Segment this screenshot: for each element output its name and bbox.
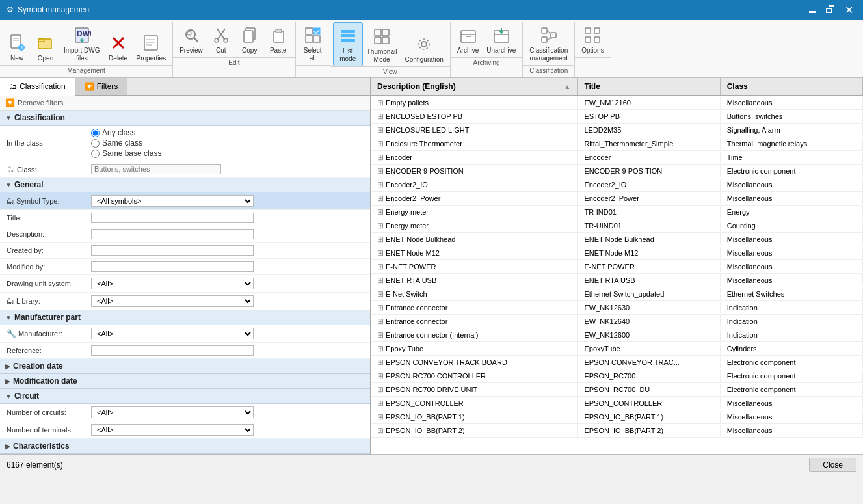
title-column-header[interactable]: Title [578, 78, 720, 95]
table-row[interactable]: ⊞E-Net SwitchEthernet Switch_updatedEthe… [371, 287, 863, 301]
any-class-option[interactable]: Any class [91, 128, 364, 137]
symbol-type-select[interactable]: <All symbols> [91, 195, 254, 207]
import-dwg-button[interactable]: DWG Import DWGfiles [60, 22, 104, 65]
description-column-header[interactable]: Description (English) ▲ [371, 78, 578, 95]
description-input[interactable] [91, 229, 254, 239]
configuration-label: Configuration [405, 56, 443, 64]
same-base-class-option[interactable]: Same base class [91, 149, 364, 158]
paste-label: Paste [270, 47, 287, 55]
modified-by-input[interactable] [91, 261, 254, 272]
any-class-radio[interactable] [91, 129, 100, 137]
classification-tab[interactable]: 🗂 Classification [0, 78, 75, 96]
table-row[interactable]: ⊞EPSON RC700 DRIVE UNITEPSON_RC700_DUEle… [371, 383, 863, 397]
characteristics-section-header[interactable]: ▶ Characteristics [0, 439, 370, 454]
circuit-section-label: Circuit [14, 391, 39, 401]
class-column-header[interactable]: Class [721, 78, 863, 95]
title-cell: ENCODER 9 POSITION [578, 165, 720, 177]
properties-button[interactable]: Properties [133, 30, 170, 65]
import-dwg-label: Import DWGfiles [64, 47, 100, 62]
options-button[interactable]: Options [578, 22, 607, 57]
table-row[interactable]: ⊞EPSON_IO_BB(PART 2)EPSON_IO_BB(PART 2)M… [371, 424, 863, 438]
class-cell: Ethernet Switches [721, 288, 863, 300]
preview-button[interactable]: Preview [176, 22, 207, 57]
filter-bar-icon: 🔽 [5, 98, 15, 107]
options-label: Options [581, 47, 604, 55]
drawing-unit-label: Drawing unit system: [7, 280, 91, 287]
reference-input[interactable] [91, 345, 254, 356]
created-by-input[interactable] [91, 245, 254, 256]
close-button[interactable]: Close [809, 458, 856, 472]
table-row[interactable]: ⊞Encoder2_PowerEncoder2_PowerMiscellaneo… [371, 192, 863, 206]
table-row[interactable]: ⊞Entrance connector (Internal)EW_NK12600… [371, 328, 863, 342]
drawing-unit-select[interactable]: <All> [91, 278, 254, 289]
same-class-option[interactable]: Same class [91, 139, 364, 148]
manufacturer-section-header[interactable]: ▼ Manufacturer part [0, 310, 370, 325]
class-input[interactable] [91, 164, 221, 174]
select-all-button[interactable]: Selectall [299, 22, 327, 65]
svg-rect-28 [306, 36, 312, 42]
open-button[interactable]: Open [31, 30, 60, 65]
table-row[interactable]: ⊞ENCLOSED ESTOP PBESTOP PBButtons, switc… [371, 110, 863, 124]
cut-button[interactable]: Cut [207, 22, 235, 57]
table-row[interactable]: ⊞ENCODER 9 POSITIONENCODER 9 POSITIONEle… [371, 165, 863, 178]
archive-icon [458, 25, 479, 46]
table-row[interactable]: ⊞EPSON RC700 CONTROLLEREPSON_RC700Electr… [371, 369, 863, 383]
table-row[interactable]: ⊞EPSON CONVEYOR TRACK BOARDEPSON CONVEYO… [371, 356, 863, 369]
table-row[interactable]: ⊞Enclosure ThermometerRittal_Thermometer… [371, 137, 863, 151]
classification-management-label: Classificationmanagement [529, 47, 568, 62]
title-input[interactable] [91, 213, 254, 223]
same-class-radio[interactable] [91, 139, 100, 148]
table-row[interactable]: ⊞Empty palletsEW_NM12160Miscellaneous [371, 96, 863, 110]
list-mode-button[interactable]: Listmode [333, 22, 363, 66]
filters-tab[interactable]: 🔽 Filters [75, 78, 128, 95]
table-row[interactable]: ⊞EPSON_IO_BB(PART 1)EPSON_IO_BB(PART 1)M… [371, 410, 863, 424]
creation-date-section-header[interactable]: ▶ Creation date [0, 359, 370, 374]
class-field-row: 🗂 Class: [0, 161, 370, 178]
table-row[interactable]: ⊞EncoderEncoderTime [371, 151, 863, 165]
modification-date-section-header[interactable]: ▶ Modification date [0, 374, 370, 389]
filter-bar[interactable]: 🔽 Remove filters [0, 96, 370, 111]
left-scroll-panel[interactable]: ▼ Classification In the class Any class … [0, 111, 370, 454]
svg-rect-26 [306, 28, 312, 34]
thumbnail-mode-button[interactable]: ThumbnailMode [363, 23, 401, 66]
num-circuits-select[interactable]: <All> [91, 406, 254, 418]
delete-button[interactable]: Delete [104, 30, 133, 65]
table-row[interactable]: ⊞Epoxy TubeEpoxyTubeCylinders [371, 342, 863, 356]
same-base-class-radio[interactable] [91, 150, 100, 158]
table-row[interactable]: ⊞Entrance connectorEW_NK12640Indication [371, 315, 863, 328]
manufacturer-select[interactable]: <All> [91, 328, 254, 339]
table-row[interactable]: ⊞E-NET POWERE-NET POWERMiscellaneous [371, 260, 863, 274]
properties-icon [140, 33, 161, 53]
unarchive-button[interactable]: Unarchive [483, 22, 520, 57]
table-row[interactable]: ⊞ENCLOSURE LED LIGHTLEDD2M35Signalling, … [371, 124, 863, 137]
classification-management-button[interactable]: Classificationmanagement [525, 22, 572, 65]
table-row[interactable]: ⊞ENET Node M12ENET Node M12Miscellaneous [371, 246, 863, 260]
table-row[interactable]: ⊞Energy meterTR-UIND01Counting [371, 219, 863, 233]
table-row[interactable]: ⊞ENET RTA USBENET RTA USBMiscellaneous [371, 274, 863, 287]
new-button[interactable]: + New [3, 30, 31, 65]
library-select[interactable]: <All> [91, 295, 254, 307]
classification-section-header[interactable]: ▼ Classification [0, 111, 370, 126]
class-cell: Miscellaneous [721, 179, 863, 191]
num-terminals-select[interactable]: <All> [91, 424, 254, 436]
paste-button[interactable]: Paste [264, 22, 293, 57]
num-circuits-label: Number of circuits: [7, 408, 91, 416]
circuit-section-header[interactable]: ▼ Circuit [0, 389, 370, 404]
table-row[interactable]: ⊞Entrance connectorEW_NK12630Indication [371, 301, 863, 315]
filters-tab-icon: 🔽 [85, 82, 94, 91]
general-section-header[interactable]: ▼ General [0, 178, 370, 192]
configuration-button[interactable]: Configuration [401, 31, 447, 66]
characteristics-arrow: ▶ [5, 443, 10, 450]
restore-button[interactable]: 🗗 [823, 2, 838, 18]
modification-date-section-label: Modification date [13, 377, 77, 386]
table-row[interactable]: ⊞EPSON_CONTROLLEREPSON_CONTROLLERMiscell… [371, 397, 863, 410]
archive-button[interactable]: Archive [453, 22, 483, 57]
table-row[interactable]: ⊞Energy meterTR-IND01Energy [371, 206, 863, 219]
close-window-button[interactable]: ✕ [841, 2, 856, 18]
minimize-button[interactable]: 🗕 [804, 2, 820, 18]
table-row[interactable]: ⊞ENET Node BulkheadENET Node BulkheadMis… [371, 233, 863, 246]
table-body[interactable]: ⊞Empty palletsEW_NM12160Miscellaneous⊞EN… [371, 96, 863, 454]
table-row[interactable]: ⊞Encoder2_IOEncoder2_IOMiscellaneous [371, 178, 863, 192]
copy-button[interactable]: Copy [235, 22, 264, 57]
svg-rect-11 [144, 36, 157, 50]
